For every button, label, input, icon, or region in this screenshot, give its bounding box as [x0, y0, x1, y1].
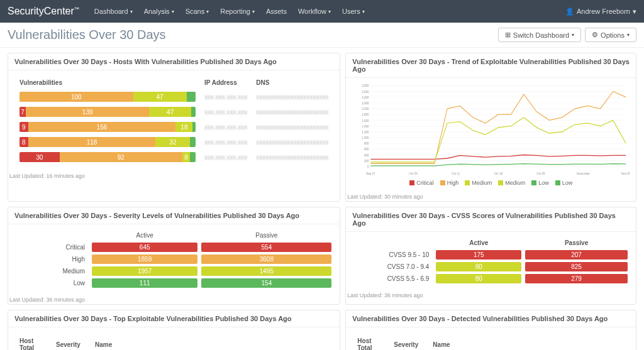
- panel-top-exploit-title: Vulnerabilities Over 30 Days - Top Explo…: [8, 310, 340, 327]
- panel-top-exploit: Vulnerabilities Over 30 Days - Top Explo…: [8, 310, 340, 350]
- table-row[interactable]: 9 156 18 xxx.xxx.xxx.xxx xxxxxxxxxxxxxxx…: [16, 120, 332, 134]
- svg-text:Oct 04: Oct 04: [409, 171, 418, 175]
- ip-value: xxx.xxx.xxx.xxx: [204, 109, 247, 116]
- switch-icon: ⊞: [505, 31, 511, 39]
- nav-menu: Dashboard▾ Analysis▾ Scans▾ Reporting▾ A…: [94, 8, 565, 15]
- nav-workflow[interactable]: Workflow▾: [298, 8, 331, 15]
- table-row: Critical 645 554: [14, 241, 333, 253]
- panel-hosts-title: Vulnerabilities Over 30 Days - Hosts Wit…: [8, 53, 340, 70]
- svg-text:2,800: 2,800: [362, 84, 370, 87]
- svg-text:0: 0: [367, 165, 369, 168]
- nav-reporting[interactable]: Reporting▾: [220, 8, 255, 15]
- svg-text:1,400: 1,400: [362, 124, 370, 128]
- svg-text:1,600: 1,600: [362, 118, 370, 122]
- vuln-bar: 100 47: [19, 92, 196, 102]
- svg-text:Nov 08: Nov 08: [621, 171, 630, 175]
- nav-users[interactable]: Users▾: [342, 8, 365, 15]
- dns-value: xxxxxxxxxxxxxxxxxxxxxxx: [256, 109, 328, 116]
- table-row[interactable]: 8 118 32 xxx.xxx.xxx.xxx xxxxxxxxxxxxxxx…: [16, 135, 332, 149]
- table-row[interactable]: 100 47 xxx.xxx.xxx.xxx xxxxxxxxxxxxxxxxx…: [16, 90, 332, 104]
- panel-trend-footer: Last Updated: 30 minutes ago: [346, 191, 636, 201]
- table-row[interactable]: 7 139 47 xxx.xxx.xxx.xxx xxxxxxxxxxxxxxx…: [16, 105, 332, 119]
- page-header: Vulnerabilities Over 30 Days ⊞ Switch Da…: [0, 23, 644, 48]
- page-title: Vulnerabilities Over 30 Days: [8, 28, 498, 42]
- svg-text:Oct 18: Oct 18: [494, 171, 503, 175]
- panel-cvss-title: Vulnerabilities Over 30 Days - CVSS Scor…: [346, 207, 636, 232]
- top-navbar: SecurityCenter™ Dashboard▾ Analysis▾ Sca…: [0, 0, 644, 23]
- ip-value: xxx.xxx.xxx.xxx: [204, 94, 247, 101]
- dns-value: xxxxxxxxxxxxxxxxxxxxxxx: [256, 124, 328, 131]
- svg-text:Oct 11: Oct 11: [452, 171, 460, 175]
- nav-dashboard[interactable]: Dashboard▾: [94, 8, 133, 15]
- panel-cvss-footer: Last Updated: 36 minutes ago: [346, 290, 636, 300]
- panel-hosts: Vulnerabilities Over 30 Days - Hosts Wit…: [8, 53, 340, 202]
- panel-severity: Vulnerabilities Over 30 Days - Severity …: [8, 207, 340, 305]
- svg-text:Sep 27: Sep 27: [366, 171, 375, 175]
- dns-value: xxxxxxxxxxxxxxxxxxxxxxx: [256, 94, 328, 101]
- ip-value: xxx.xxx.xxx.xxx: [204, 154, 247, 161]
- panel-detected-title: Vulnerabilities Over 30 Days - Detected …: [346, 310, 636, 327]
- table-row: CVSS 7.0 - 9.4 80 825: [352, 261, 630, 273]
- panel-severity-title: Vulnerabilities Over 30 Days - Severity …: [8, 207, 340, 224]
- nav-scans[interactable]: Scans▾: [186, 8, 209, 15]
- svg-text:2,200: 2,200: [362, 101, 370, 105]
- table-row: Medium 1957 1495: [14, 265, 333, 277]
- nav-assets[interactable]: Assets: [266, 8, 287, 15]
- table-row: High 1859 3608: [14, 253, 333, 265]
- svg-text:2,600: 2,600: [362, 89, 370, 93]
- svg-text:2,400: 2,400: [362, 95, 370, 99]
- trend-chart[interactable]: 02004006008001,0001,2001,4001,6001,8002,…: [352, 83, 630, 177]
- panel-trend: Vulnerabilities Over 30 Days - Trend of …: [345, 53, 636, 202]
- user-icon: 👤: [565, 8, 574, 16]
- col-vulnerabilities: Vulnerabilities: [16, 77, 199, 89]
- svg-text:600: 600: [364, 147, 369, 151]
- trend-legend: Critical High Medium Medium Low Low: [352, 177, 630, 186]
- vuln-bar: 7 139 47: [19, 107, 196, 117]
- svg-text:Oct 25: Oct 25: [536, 171, 545, 175]
- svg-text:400: 400: [364, 153, 369, 156]
- panel-hosts-footer: Last Updated: 16 minutes ago: [8, 170, 340, 180]
- svg-text:800: 800: [364, 141, 369, 145]
- brand-logo: SecurityCenter™: [8, 6, 79, 17]
- vuln-bar: 30 92 8: [19, 152, 196, 162]
- col-dns: DNS: [252, 77, 332, 89]
- svg-text:2,000: 2,000: [362, 107, 370, 111]
- panel-detected: Vulnerabilities Over 30 Days - Detected …: [345, 310, 636, 350]
- switch-dashboard-button[interactable]: ⊞ Switch Dashboard ▾: [498, 28, 581, 42]
- gear-icon: ⚙: [592, 31, 598, 39]
- table-row[interactable]: 30 92 8 xxx.xxx.xxx.xxx xxxxxxxxxxxxxxxx…: [16, 150, 332, 164]
- ip-value: xxx.xxx.xxx.xxx: [204, 139, 247, 146]
- col-ip: IP Address: [201, 77, 251, 89]
- panel-cvss: Vulnerabilities Over 30 Days - CVSS Scor…: [345, 207, 636, 305]
- user-menu[interactable]: 👤 Andrew Freeborn ▾: [565, 8, 636, 16]
- options-button[interactable]: ⚙ Options ▾: [585, 28, 636, 42]
- dns-value: xxxxxxxxxxxxxxxxxxxxxxx: [256, 139, 328, 146]
- dns-value: xxxxxxxxxxxxxxxxxxxxxxx: [256, 154, 328, 161]
- svg-text:1,800: 1,800: [362, 112, 370, 116]
- nav-analysis[interactable]: Analysis▾: [144, 8, 174, 15]
- table-row: CVSS 9.5 - 10 175 207: [352, 249, 630, 261]
- panel-severity-footer: Last Updated: 36 minutes ago: [8, 294, 340, 304]
- svg-text:200: 200: [364, 158, 369, 162]
- vuln-bar: 9 156 18: [19, 122, 196, 132]
- ip-value: xxx.xxx.xxx.xxx: [204, 124, 247, 131]
- svg-text:November: November: [577, 171, 590, 175]
- table-row: Low 111 154: [14, 277, 333, 289]
- table-row: CVSS 5.5 - 6.9 80 279: [352, 273, 630, 285]
- panel-trend-title: Vulnerabilities Over 30 Days - Trend of …: [346, 53, 636, 78]
- svg-text:1,000: 1,000: [362, 136, 370, 139]
- svg-text:1,200: 1,200: [362, 130, 370, 134]
- vuln-bar: 8 118 32: [19, 137, 196, 147]
